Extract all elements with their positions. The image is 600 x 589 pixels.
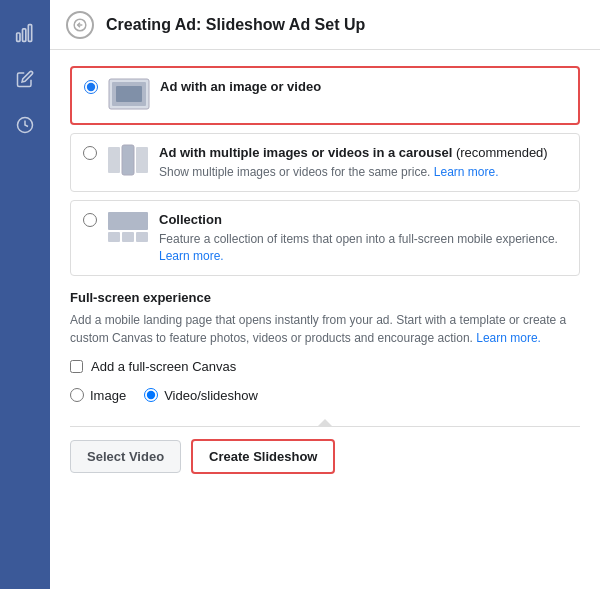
- radio-carousel-wrap: [83, 144, 97, 163]
- svg-rect-8: [116, 86, 142, 102]
- content-area: Ad with an image or video Ad with multip…: [50, 50, 600, 589]
- header: Creating Ad: Slideshow Ad Set Up: [50, 0, 600, 50]
- option-collection[interactable]: Collection Feature a collection of items…: [70, 200, 580, 276]
- option-single[interactable]: Ad with an image or video: [70, 66, 580, 125]
- option-carousel-text: Ad with multiple images or videos in a c…: [159, 144, 567, 181]
- fullscreen-learn-more-link[interactable]: Learn more.: [476, 331, 541, 345]
- carousel-icon: [107, 144, 149, 179]
- canvas-checkbox[interactable]: [70, 360, 83, 373]
- caret-indicator: [70, 419, 580, 426]
- single-icon: [108, 78, 150, 113]
- caret-shape: [317, 419, 333, 427]
- option-single-title: Ad with an image or video: [160, 78, 566, 96]
- svg-rect-12: [108, 212, 148, 230]
- media-type-radio-group: Image Video/slideshow: [70, 388, 580, 403]
- radio-single[interactable]: [84, 80, 98, 94]
- image-radio-item[interactable]: Image: [70, 388, 126, 403]
- svg-rect-15: [136, 232, 148, 242]
- option-collection-title: Collection: [159, 211, 567, 229]
- carousel-learn-more-link[interactable]: Learn more.: [434, 165, 499, 179]
- radio-carousel[interactable]: [83, 146, 97, 160]
- chart-icon[interactable]: [0, 10, 50, 56]
- image-radio[interactable]: [70, 388, 84, 402]
- sidebar: [0, 0, 50, 589]
- back-button[interactable]: [66, 11, 94, 39]
- svg-rect-10: [122, 145, 134, 175]
- page-title: Creating Ad: Slideshow Ad Set Up: [106, 16, 365, 34]
- collection-learn-more-link[interactable]: Learn more.: [159, 249, 224, 263]
- svg-rect-2: [28, 25, 31, 42]
- svg-rect-13: [108, 232, 120, 242]
- option-single-text: Ad with an image or video: [160, 78, 566, 96]
- option-carousel-title: Ad with multiple images or videos in a c…: [159, 144, 567, 162]
- svg-rect-1: [23, 29, 26, 42]
- clock-icon[interactable]: [0, 102, 50, 148]
- option-collection-text: Collection Feature a collection of items…: [159, 211, 567, 265]
- svg-rect-9: [108, 147, 120, 173]
- radio-collection[interactable]: [83, 213, 97, 227]
- select-video-button[interactable]: Select Video: [70, 440, 181, 473]
- option-collection-desc: Feature a collection of items that open …: [159, 231, 567, 265]
- main-panel: Creating Ad: Slideshow Ad Set Up Ad with…: [50, 0, 600, 589]
- pencil-icon[interactable]: [0, 56, 50, 102]
- video-radio-label: Video/slideshow: [164, 388, 258, 403]
- canvas-checkbox-label: Add a full-screen Canvas: [91, 359, 236, 374]
- video-radio[interactable]: [144, 388, 158, 402]
- option-carousel-desc: Show multiple images or videos for the s…: [159, 164, 567, 181]
- canvas-checkbox-row: Add a full-screen Canvas: [70, 359, 580, 374]
- svg-rect-0: [17, 33, 20, 41]
- buttons-row: Select Video Create Slideshow: [70, 439, 580, 474]
- image-radio-label: Image: [90, 388, 126, 403]
- fullscreen-desc: Add a mobile landing page that opens ins…: [70, 311, 580, 347]
- video-radio-item[interactable]: Video/slideshow: [144, 388, 258, 403]
- collection-icon: [107, 211, 149, 246]
- radio-single-wrap: [84, 78, 98, 97]
- create-slideshow-button[interactable]: Create Slideshow: [191, 439, 335, 474]
- option-carousel[interactable]: Ad with multiple images or videos in a c…: [70, 133, 580, 192]
- radio-collection-wrap: [83, 211, 97, 230]
- svg-rect-14: [122, 232, 134, 242]
- svg-rect-11: [136, 147, 148, 173]
- fullscreen-heading: Full-screen experience: [70, 290, 580, 305]
